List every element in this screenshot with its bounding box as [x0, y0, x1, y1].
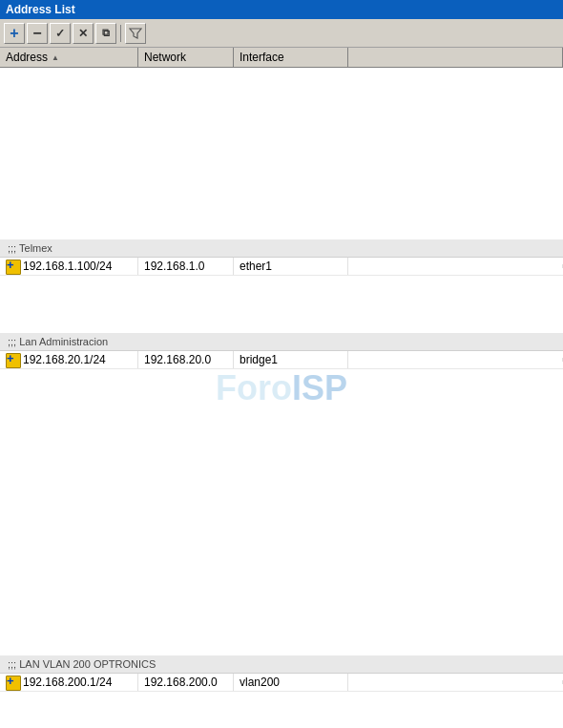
table-row[interactable]: 192.168.200.1/24 192.168.200.0 vlan200 — [0, 674, 563, 692]
cell-extra-telmex — [348, 264, 563, 268]
empty-space-mid2 — [0, 369, 563, 655]
cell-interface-vlan200: vlan200 — [234, 674, 348, 691]
col-header-interface[interactable]: Interface — [234, 48, 348, 67]
svg-marker-0 — [130, 29, 141, 38]
cell-network-lan-admin: 192.168.20.0 — [138, 351, 234, 368]
section-header-vlan200: ;;; LAN VLAN 200 OPTRONICS — [0, 655, 563, 674]
cell-extra-vlan200 — [348, 680, 563, 684]
cell-address-telmex: 192.168.1.100/24 — [0, 258, 138, 275]
table-row[interactable]: 192.168.1.100/24 192.168.1.0 ether1 — [0, 258, 563, 276]
copy-button[interactable]: ⧉ — [95, 23, 116, 44]
filter-button[interactable] — [125, 23, 146, 44]
cell-interface-telmex: ether1 — [234, 258, 348, 275]
toolbar: + − ✓ ✕ ⧉ — [0, 19, 563, 48]
cell-extra-lan-admin — [348, 358, 563, 362]
table-container: ForoISP Address ▲ Network Interface ;;; … — [0, 48, 563, 728]
row-status-icon — [6, 353, 19, 366]
row-status-icon — [6, 260, 19, 273]
disable-button[interactable]: ✕ — [73, 23, 94, 44]
cell-network-vlan200: 192.168.200.0 — [138, 674, 234, 691]
cell-address-lan-admin: 192.168.20.1/24 — [0, 351, 138, 368]
add-button[interactable]: + — [4, 23, 25, 44]
row-status-icon — [6, 676, 19, 689]
cell-address-vlan200: 192.168.200.1/24 — [0, 674, 138, 691]
col-header-address[interactable]: Address ▲ — [0, 48, 138, 67]
table-row[interactable]: 192.168.20.1/24 192.168.20.0 bridge1 — [0, 351, 563, 369]
empty-space-mid1 — [0, 276, 563, 333]
section-header-lan-admin: ;;; Lan Administracion — [0, 333, 563, 351]
filter-icon — [129, 27, 142, 40]
window-title: Address List — [6, 3, 75, 16]
cell-network-telmex: 192.168.1.0 — [138, 258, 234, 275]
cell-interface-lan-admin: bridge1 — [234, 351, 348, 368]
remove-button[interactable]: − — [27, 23, 48, 44]
empty-space-top — [0, 68, 563, 239]
sort-arrow-icon: ▲ — [52, 53, 59, 62]
toolbar-separator — [120, 25, 121, 42]
table-header: Address ▲ Network Interface — [0, 48, 563, 68]
section-header-telmex: ;;; Telmex — [0, 239, 563, 258]
enable-button[interactable]: ✓ — [50, 23, 71, 44]
col-header-extra — [348, 48, 563, 67]
col-header-network[interactable]: Network — [138, 48, 234, 67]
title-bar: Address List — [0, 0, 563, 19]
